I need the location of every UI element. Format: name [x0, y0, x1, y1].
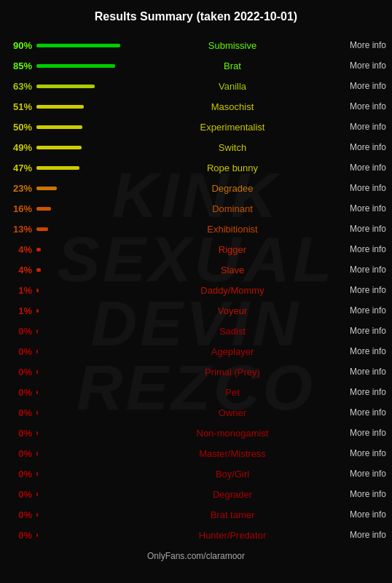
percentage-label: 23%	[6, 183, 36, 194]
progress-bar	[36, 431, 38, 435]
more-info-link[interactable]: More info	[334, 244, 386, 254]
more-info-link[interactable]: More info	[334, 448, 386, 458]
main-content: Results Summary (taken 2022-10-01) 90%Su…	[0, 0, 392, 571]
percentage-label: 0%	[6, 448, 36, 459]
more-info-link[interactable]: More info	[334, 509, 386, 520]
more-info-link[interactable]: More info	[334, 265, 386, 275]
progress-bar	[36, 391, 38, 394]
more-info-link[interactable]: More info	[334, 40, 386, 50]
bar-container	[36, 248, 131, 251]
result-label: Owner	[131, 407, 334, 418]
bar-container	[36, 85, 131, 88]
more-info-link[interactable]: More info	[334, 387, 386, 397]
table-row: 0%SadistMore info	[4, 321, 388, 341]
table-row: 1%Daddy/MommyMore info	[4, 280, 388, 300]
percentage-label: 4%	[6, 244, 36, 255]
progress-bar	[36, 125, 82, 129]
more-info-link[interactable]: More info	[334, 367, 386, 377]
progress-bar	[36, 493, 38, 496]
bar-container	[36, 227, 131, 231]
result-label: Submissive	[131, 40, 334, 51]
progress-bar	[36, 309, 39, 313]
progress-bar	[36, 268, 41, 272]
more-info-link[interactable]: More info	[334, 203, 386, 214]
more-info-link[interactable]: More info	[334, 163, 386, 173]
percentage-label: 90%	[6, 40, 36, 51]
result-label: Slave	[131, 265, 334, 275]
percentage-label: 1%	[6, 305, 36, 316]
results-list: 90%SubmissiveMore info85%BratMore info63…	[4, 35, 388, 545]
bar-container	[36, 472, 131, 476]
bar-container	[36, 431, 131, 435]
table-row: 0%Hunter/PredatorMore info	[4, 525, 388, 545]
bar-container	[36, 309, 131, 313]
more-info-link[interactable]: More info	[334, 122, 386, 132]
result-label: Boy/Girl	[131, 469, 334, 480]
more-info-link[interactable]: More info	[334, 469, 386, 479]
result-label: Experimentalist	[131, 122, 334, 133]
result-label: Voyeur	[131, 305, 334, 316]
bar-container	[36, 411, 131, 415]
table-row: 0%Master/MistressMore info	[4, 443, 388, 463]
more-info-link[interactable]: More info	[334, 81, 386, 91]
more-info-link[interactable]: More info	[334, 60, 386, 71]
progress-bar	[36, 411, 38, 415]
more-info-link[interactable]: More info	[334, 224, 386, 234]
percentage-label: 1%	[6, 285, 36, 296]
percentage-label: 0%	[6, 387, 36, 398]
more-info-link[interactable]: More info	[334, 142, 386, 152]
result-label: Ageplayer	[131, 346, 334, 357]
bar-container	[36, 350, 131, 353]
bar-container	[36, 452, 131, 455]
more-info-link[interactable]: More info	[334, 285, 386, 295]
progress-bar	[36, 370, 38, 374]
progress-bar	[36, 350, 38, 353]
more-info-link[interactable]: More info	[334, 326, 386, 336]
table-row: 0%DegraderMore info	[4, 484, 388, 504]
bar-container	[36, 105, 131, 109]
table-row: 0%OwnerMore info	[4, 402, 388, 423]
progress-bar	[36, 227, 48, 231]
percentage-label: 50%	[6, 122, 36, 133]
more-info-link[interactable]: More info	[334, 530, 386, 540]
result-label: Switch	[131, 142, 334, 153]
more-info-link[interactable]: More info	[334, 305, 386, 316]
progress-bar	[36, 166, 79, 170]
table-row: 23%DegradeeMore info	[4, 178, 388, 198]
bar-container	[36, 125, 131, 129]
bar-container	[36, 44, 131, 47]
percentage-label: 0%	[6, 469, 36, 480]
progress-bar	[36, 146, 82, 149]
table-row: 4%RiggerMore info	[4, 239, 388, 259]
table-row: 49%SwitchMore info	[4, 137, 388, 157]
progress-bar	[36, 248, 41, 251]
result-label: Rope bunny	[131, 163, 334, 173]
more-info-link[interactable]: More info	[334, 101, 386, 111]
more-info-link[interactable]: More info	[334, 183, 386, 193]
bar-container	[36, 391, 131, 394]
percentage-label: 13%	[6, 224, 36, 235]
percentage-label: 0%	[6, 326, 36, 337]
table-row: 0%Brat tamerMore info	[4, 504, 388, 525]
percentage-label: 0%	[6, 367, 36, 377]
percentage-label: 16%	[6, 203, 36, 214]
percentage-label: 0%	[6, 489, 36, 500]
more-info-link[interactable]: More info	[334, 346, 386, 356]
more-info-link[interactable]: More info	[334, 489, 386, 499]
percentage-label: 47%	[6, 163, 36, 173]
percentage-label: 4%	[6, 265, 36, 275]
table-row: 4%SlaveMore info	[4, 259, 388, 280]
more-info-link[interactable]: More info	[334, 407, 386, 418]
table-row: 16%DominantMore info	[4, 198, 388, 219]
progress-bar	[36, 329, 38, 333]
table-row: 90%SubmissiveMore info	[4, 35, 388, 55]
bar-container	[36, 493, 131, 496]
result-label: Degradee	[131, 183, 334, 194]
progress-bar	[36, 452, 38, 455]
result-label: Sadist	[131, 326, 334, 337]
more-info-link[interactable]: More info	[334, 428, 386, 438]
progress-bar	[36, 533, 38, 537]
bar-container	[36, 64, 131, 68]
result-label: Exhibitionist	[131, 224, 334, 235]
bar-container	[36, 166, 131, 170]
